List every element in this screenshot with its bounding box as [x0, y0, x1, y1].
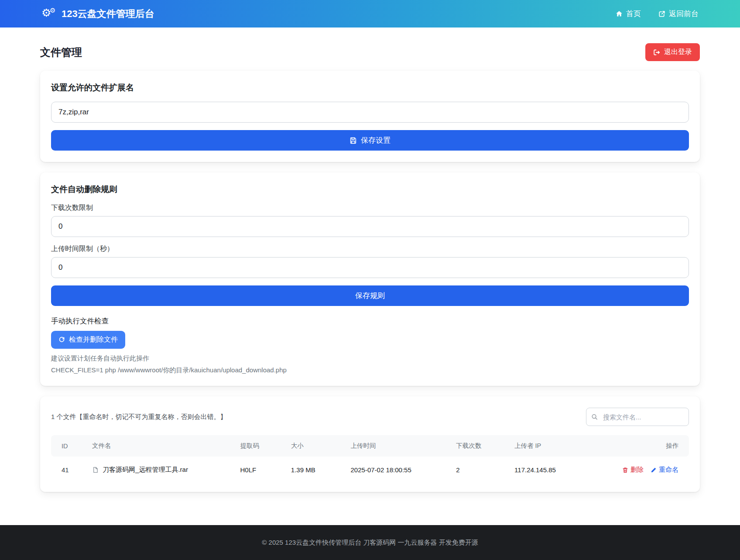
column-header-size: 大小	[285, 435, 345, 457]
logout-label: 退出登录	[664, 48, 692, 57]
table-header-row: ID 文件名 提取码 大小 上传时间 下载次数 上传者 IP 操作	[51, 435, 689, 457]
column-header-code: 提取码	[234, 435, 284, 457]
trash-icon	[622, 467, 628, 473]
cron-hint: 建议设置计划任务自动执行此操作	[51, 354, 689, 363]
column-header-ip: 上传者 IP	[508, 435, 616, 457]
save-rules-button[interactable]: 保存规则	[51, 285, 689, 306]
list-toolbar: 1 个文件【重命名时，切记不可为重复名称，否则会出错。】	[51, 408, 689, 426]
delete-label: 删除	[630, 466, 644, 474]
save-rules-label: 保存规则	[355, 291, 385, 301]
file-count-summary: 1 个文件【重命名时，切记不可为重复名称，否则会出错。】	[51, 413, 227, 421]
nav-home-label: 首页	[626, 9, 641, 19]
search-box	[586, 408, 689, 426]
external-link-icon	[658, 10, 665, 17]
nav-back-frontend-link[interactable]: 返回前台	[658, 9, 699, 19]
cell-actions: 删除 重命名	[616, 457, 689, 481]
nav-links: 首页 返回前台	[616, 9, 699, 19]
extension-settings-card: 设置允许的文件扩展名 保存设置	[40, 71, 700, 162]
cell-ip: 117.24.145.85	[508, 457, 616, 481]
save-settings-button[interactable]: 保存设置	[51, 130, 689, 151]
nav-back-frontend-label: 返回前台	[669, 9, 699, 19]
table-row: 41 刀客源码网_远程管理工具.rar H0LF 1.39 MB 2025-07…	[51, 457, 689, 481]
save-settings-label: 保存设置	[361, 135, 391, 145]
gears-icon	[41, 8, 56, 20]
download-limit-label: 下载次数限制	[51, 203, 689, 213]
extension-input[interactable]	[51, 102, 689, 123]
home-icon	[616, 10, 623, 17]
refresh-icon	[58, 337, 65, 343]
delete-link[interactable]: 删除	[622, 466, 644, 474]
extension-card-title: 设置允许的文件扩展名	[51, 82, 689, 93]
cell-filename: 刀客源码网_远程管理工具.rar	[86, 457, 234, 481]
rename-label: 重命名	[659, 466, 678, 474]
top-navbar: 123云盘文件管理后台 首页 返回前台	[0, 0, 740, 27]
column-header-actions: 操作	[616, 435, 689, 457]
cron-command: CHECK_FILES=1 php /www/wwwroot/你的目录/kaui…	[51, 366, 689, 374]
brand: 123云盘文件管理后台	[41, 7, 154, 21]
cell-size: 1.39 MB	[285, 457, 345, 481]
sign-out-icon	[653, 49, 660, 56]
check-delete-files-button[interactable]: 检查并删除文件	[51, 331, 125, 349]
check-delete-files-label: 检查并删除文件	[69, 335, 118, 344]
search-icon	[591, 414, 598, 420]
nav-home-link[interactable]: 首页	[616, 9, 641, 19]
file-list-card: 1 个文件【重命名时，切记不可为重复名称，否则会出错。】 ID 文件名 提取码 …	[40, 396, 700, 492]
column-header-id: ID	[51, 435, 86, 457]
brand-title: 123云盘文件管理后台	[62, 7, 154, 21]
search-input[interactable]	[586, 408, 689, 426]
column-header-downloads: 下载次数	[450, 435, 508, 457]
column-header-filename: 文件名	[86, 435, 234, 457]
column-header-uploadtime: 上传时间	[345, 435, 450, 457]
auto-delete-rules-card: 文件自动删除规则 下载次数限制 上传时间限制（秒） 保存规则 手动执行文件检查 …	[40, 172, 700, 386]
logout-button[interactable]: 退出登录	[645, 43, 700, 61]
page-title: 文件管理	[40, 45, 82, 59]
upload-time-limit-label: 上传时间限制（秒）	[51, 244, 689, 254]
file-icon	[92, 467, 99, 473]
pencil-icon	[651, 467, 657, 473]
footer-text: © 2025 123云盘文件快传管理后台 刀客源码网 一九云服务器 开发免费开源	[262, 539, 478, 547]
manual-check-label: 手动执行文件检查	[51, 316, 689, 326]
cell-uploadtime: 2025-07-02 18:00:55	[345, 457, 450, 481]
main-container: 文件管理 退出登录 设置允许的文件扩展名 保存设置 文件自动删除规则 下载次数限…	[40, 27, 700, 492]
cell-id: 41	[51, 457, 86, 481]
rules-card-title: 文件自动删除规则	[51, 184, 689, 195]
files-table: ID 文件名 提取码 大小 上传时间 下载次数 上传者 IP 操作 41	[51, 435, 689, 481]
upload-time-limit-input[interactable]	[51, 257, 689, 278]
save-icon	[349, 137, 357, 144]
cell-code: H0LF	[234, 457, 284, 481]
cell-downloads: 2	[450, 457, 508, 481]
page-head: 文件管理 退出登录	[40, 43, 700, 61]
page-footer: © 2025 123云盘文件快传管理后台 刀客源码网 一九云服务器 开发免费开源	[0, 525, 740, 560]
filename-text: 刀客源码网_远程管理工具.rar	[103, 466, 188, 474]
rename-link[interactable]: 重命名	[651, 466, 678, 474]
download-limit-input[interactable]	[51, 216, 689, 237]
